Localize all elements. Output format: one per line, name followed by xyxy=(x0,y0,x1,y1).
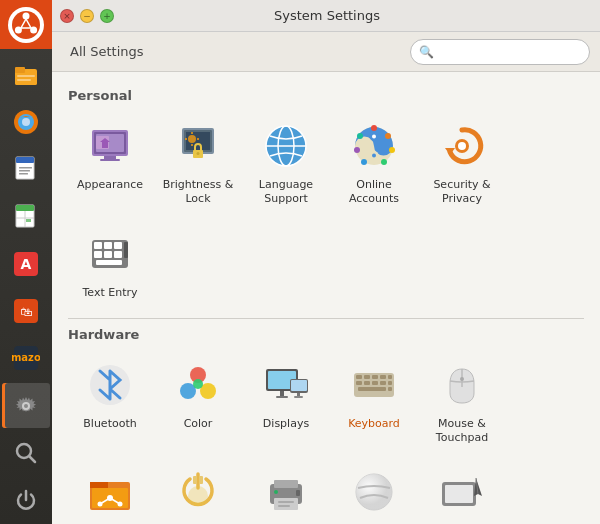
sidebar-item-amazon[interactable]: amazon xyxy=(2,336,50,381)
settings-item-mouse-touchpad[interactable]: Mouse &Touchpad xyxy=(420,350,504,454)
svg-point-80 xyxy=(193,379,203,389)
section-hardware-title: Hardware xyxy=(68,327,584,342)
settings-item-security-privacy[interactable]: Security &Privacy xyxy=(420,111,504,215)
svg-point-62 xyxy=(354,147,360,153)
titlebar: × − + System Settings xyxy=(52,0,600,32)
svg-rect-68 xyxy=(94,242,102,249)
svg-rect-15 xyxy=(19,170,30,172)
settings-content: Personal Appearance xyxy=(52,72,600,524)
ubuntu-logo[interactable] xyxy=(0,0,52,49)
svg-rect-90 xyxy=(356,375,362,379)
sidebar-item-search[interactable] xyxy=(2,430,50,475)
bluetooth-label: Bluetooth xyxy=(83,417,136,431)
window-title: System Settings xyxy=(122,8,532,23)
svg-point-11 xyxy=(22,118,30,126)
search-input[interactable] xyxy=(438,44,578,59)
settings-item-displays[interactable]: Displays xyxy=(244,350,328,454)
svg-point-114 xyxy=(188,486,208,506)
svg-rect-21 xyxy=(26,219,31,222)
sidebar-item-calc[interactable] xyxy=(2,194,50,239)
keyboard-icon xyxy=(347,358,401,412)
sidebar-item-browser[interactable] xyxy=(2,99,50,144)
svg-point-123 xyxy=(356,474,392,510)
maximize-button[interactable]: + xyxy=(100,9,114,23)
svg-point-57 xyxy=(371,125,377,131)
section-personal-title: Personal xyxy=(68,88,584,103)
svg-rect-96 xyxy=(364,381,370,385)
settings-item-online-accounts[interactable]: OnlineAccounts xyxy=(332,111,416,215)
main-area: × − + System Settings All Settings 🔍 Per… xyxy=(52,0,600,524)
network-icon xyxy=(83,465,137,519)
security-privacy-icon xyxy=(435,119,489,173)
svg-rect-87 xyxy=(297,393,300,396)
svg-rect-14 xyxy=(19,167,32,169)
svg-point-66 xyxy=(458,142,466,150)
sidebar-item-app1[interactable]: A xyxy=(2,241,50,286)
sidebar-item-software-center[interactable]: 🛍 xyxy=(2,289,50,334)
svg-rect-95 xyxy=(356,381,362,385)
settings-item-sound[interactable]: Sound xyxy=(332,457,416,524)
search-box: 🔍 xyxy=(410,39,590,65)
svg-rect-97 xyxy=(372,381,378,385)
settings-item-printers[interactable]: Printers xyxy=(244,457,328,524)
svg-text:amazon: amazon xyxy=(12,352,40,363)
color-icon xyxy=(171,358,225,412)
settings-item-network[interactable]: Network xyxy=(68,457,152,524)
text-entry-label: Text Entry xyxy=(82,286,137,300)
svg-rect-93 xyxy=(380,375,386,379)
settings-item-wacom-tablet[interactable]: Wacom Tablet xyxy=(420,457,504,524)
settings-item-color[interactable]: Color xyxy=(156,350,240,454)
settings-item-appearance[interactable]: Appearance xyxy=(68,111,152,215)
svg-rect-92 xyxy=(372,375,378,379)
svg-rect-120 xyxy=(296,490,300,496)
svg-rect-83 xyxy=(280,391,284,396)
svg-rect-13 xyxy=(16,157,34,163)
svg-point-29 xyxy=(24,404,28,408)
sidebar-item-settings[interactable] xyxy=(2,383,50,428)
svg-rect-125 xyxy=(445,485,473,503)
svg-rect-117 xyxy=(274,498,298,510)
mouse-touchpad-label: Mouse &Touchpad xyxy=(436,417,488,446)
settings-item-bluetooth[interactable]: Bluetooth xyxy=(68,350,152,454)
keyboard-label: Keyboard xyxy=(348,417,400,431)
displays-icon xyxy=(259,358,313,412)
language-support-label: LanguageSupport xyxy=(259,178,313,207)
svg-rect-36 xyxy=(100,159,120,161)
svg-rect-91 xyxy=(364,375,370,379)
svg-rect-88 xyxy=(294,396,303,398)
settings-item-power[interactable]: Power xyxy=(156,457,240,524)
svg-rect-69 xyxy=(104,242,112,249)
close-button[interactable]: × xyxy=(60,9,74,23)
section-divider-hardware xyxy=(68,318,584,319)
svg-rect-70 xyxy=(114,242,122,249)
svg-rect-6 xyxy=(15,67,25,73)
mouse-touchpad-icon xyxy=(435,358,489,412)
svg-rect-35 xyxy=(104,156,116,159)
sidebar-item-power[interactable] xyxy=(2,478,50,523)
search-icon: 🔍 xyxy=(419,45,434,59)
settings-item-brightness-lock[interactable]: Brightness &Lock xyxy=(156,111,240,215)
appearance-label: Appearance xyxy=(77,178,143,192)
svg-rect-16 xyxy=(19,173,28,175)
sidebar: A 🛍 amazon xyxy=(0,0,52,524)
security-privacy-label: Security &Privacy xyxy=(433,178,490,207)
svg-point-121 xyxy=(274,490,278,494)
settings-item-text-entry[interactable]: Text Entry xyxy=(68,219,152,308)
language-support-icon xyxy=(259,119,313,173)
minimize-button[interactable]: − xyxy=(80,9,94,23)
svg-rect-112 xyxy=(193,476,197,484)
text-entry-icon xyxy=(83,227,137,281)
svg-rect-116 xyxy=(274,480,298,488)
sidebar-item-files[interactable] xyxy=(2,52,50,97)
svg-point-60 xyxy=(381,159,387,165)
settings-item-language-support[interactable]: LanguageSupport xyxy=(244,111,328,215)
svg-rect-72 xyxy=(104,251,112,258)
window-controls: × − + xyxy=(60,9,114,23)
all-settings-button[interactable]: All Settings xyxy=(62,40,152,63)
wacom-tablet-icon xyxy=(435,465,489,519)
sidebar-item-writer[interactable] xyxy=(2,147,50,192)
online-accounts-label: OnlineAccounts xyxy=(349,178,399,207)
online-accounts-icon xyxy=(347,119,401,173)
svg-rect-98 xyxy=(380,381,386,385)
settings-item-keyboard[interactable]: Keyboard xyxy=(332,350,416,454)
